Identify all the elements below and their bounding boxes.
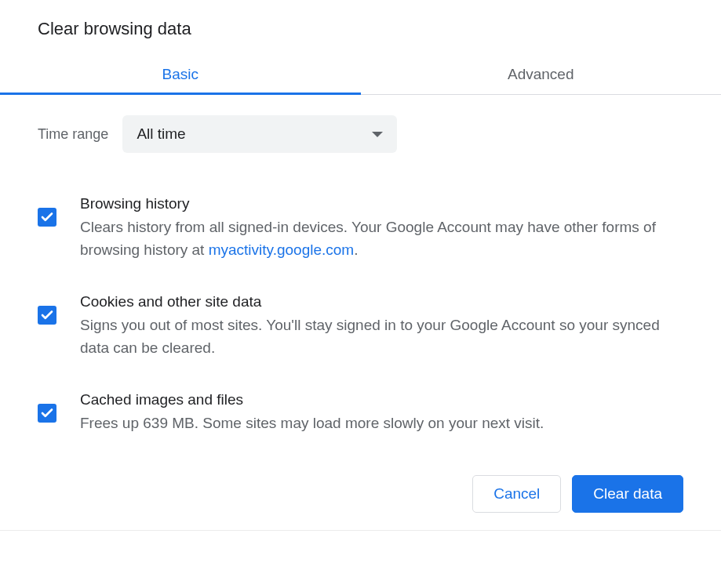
check-icon bbox=[40, 406, 54, 420]
option-title: Cached images and files bbox=[80, 391, 683, 408]
dialog-content: Time range All time Browsing history Cle… bbox=[0, 95, 721, 434]
checkbox-cache[interactable] bbox=[38, 404, 56, 423]
clear-data-button[interactable]: Clear data bbox=[572, 475, 683, 513]
option-cache: Cached images and files Frees up 639 MB.… bbox=[38, 391, 683, 434]
option-browsing-history: Browsing history Clears history from all… bbox=[38, 195, 683, 262]
clear-browsing-data-dialog: Clear browsing data Basic Advanced Time … bbox=[0, 0, 721, 531]
option-desc: Clears history from all signed-in device… bbox=[80, 216, 683, 262]
option-desc-text: Clears history from all signed-in device… bbox=[80, 219, 656, 258]
tab-basic[interactable]: Basic bbox=[0, 55, 361, 94]
checkbox-browsing-history[interactable] bbox=[38, 208, 56, 227]
button-row: Cancel Clear data bbox=[0, 466, 721, 531]
time-range-select[interactable]: All time bbox=[122, 115, 397, 153]
checkbox-cookies[interactable] bbox=[38, 306, 56, 325]
cancel-button[interactable]: Cancel bbox=[472, 475, 561, 513]
myactivity-link[interactable]: myactivity.google.com bbox=[209, 241, 355, 258]
chevron-down-icon bbox=[372, 132, 383, 137]
tab-advanced[interactable]: Advanced bbox=[361, 55, 722, 94]
time-range-value: All time bbox=[137, 125, 372, 143]
option-text: Cookies and other site data Signs you ou… bbox=[80, 293, 683, 360]
option-cookies: Cookies and other site data Signs you ou… bbox=[38, 293, 683, 360]
option-text: Cached images and files Frees up 639 MB.… bbox=[80, 391, 683, 434]
option-title: Browsing history bbox=[80, 195, 683, 212]
option-text: Browsing history Clears history from all… bbox=[80, 195, 683, 262]
dialog-title: Clear browsing data bbox=[0, 0, 721, 55]
check-icon bbox=[40, 210, 54, 224]
check-icon bbox=[40, 308, 54, 322]
option-desc-after: . bbox=[354, 241, 358, 258]
time-range-row: Time range All time bbox=[38, 115, 683, 153]
time-range-label: Time range bbox=[38, 126, 108, 143]
option-desc: Signs you out of most sites. You'll stay… bbox=[80, 314, 683, 360]
option-desc: Frees up 639 MB. Some sites may load mor… bbox=[80, 412, 683, 434]
option-title: Cookies and other site data bbox=[80, 293, 683, 310]
tabs: Basic Advanced bbox=[0, 55, 721, 95]
